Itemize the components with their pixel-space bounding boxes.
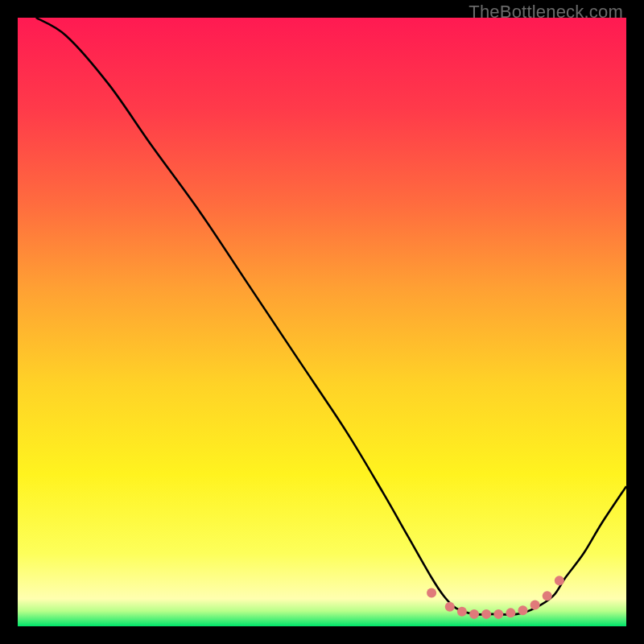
gradient-background bbox=[18, 18, 626, 626]
chart-frame bbox=[18, 18, 626, 626]
optimal-dot bbox=[518, 605, 527, 615]
optimal-dot bbox=[469, 609, 479, 619]
bottleneck-chart bbox=[18, 18, 626, 626]
optimal-dot bbox=[506, 608, 515, 617]
optimal-dot bbox=[493, 609, 503, 619]
optimal-dot bbox=[543, 591, 552, 601]
optimal-dot bbox=[457, 607, 467, 617]
watermark-text: TheBottleneck.com bbox=[469, 2, 623, 23]
optimal-dot bbox=[445, 602, 455, 612]
optimal-dot bbox=[427, 588, 436, 597]
optimal-dot bbox=[481, 609, 491, 619]
optimal-dot bbox=[530, 601, 540, 610]
optimal-dot bbox=[555, 576, 564, 585]
